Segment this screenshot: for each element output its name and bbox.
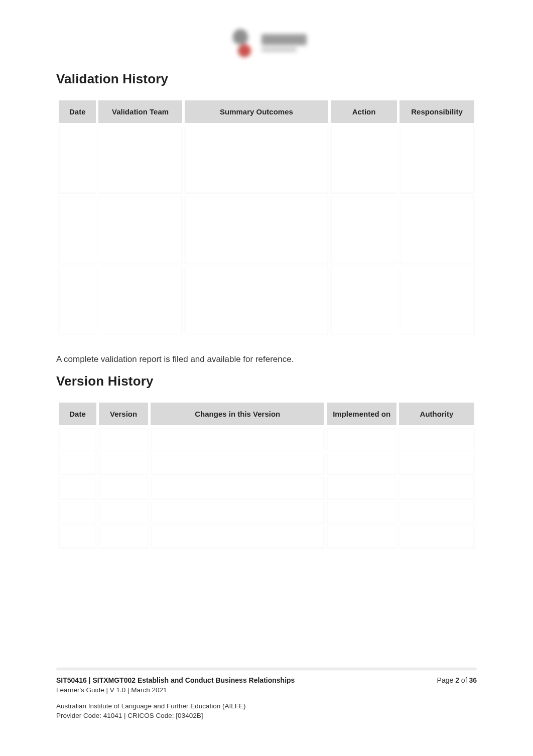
cell-authority xyxy=(399,526,474,548)
heading-version-history: Version History xyxy=(56,373,477,389)
footer-org-line: Australian Institute of Language and Fur… xyxy=(56,701,295,711)
col-implemented-on: Implemented on xyxy=(327,403,396,425)
cell-changes xyxy=(151,501,324,524)
cell-team xyxy=(98,266,182,334)
cell-team xyxy=(98,196,182,264)
cell-version xyxy=(99,452,148,474)
cell-responsibility xyxy=(399,196,474,264)
cell-changes xyxy=(151,477,324,499)
table-row xyxy=(59,428,474,450)
cell-responsibility xyxy=(399,125,474,193)
table-row xyxy=(59,452,474,474)
footer-divider xyxy=(56,668,477,670)
page-of: of xyxy=(459,676,469,684)
cell-date xyxy=(59,452,96,474)
cell-date xyxy=(59,196,96,264)
cell-authority xyxy=(399,501,474,524)
footer-row: SIT50416 | SITXMGT002 Establish and Cond… xyxy=(56,675,477,721)
cell-authority xyxy=(399,477,474,499)
cell-version xyxy=(99,526,148,548)
cell-responsibility xyxy=(399,266,474,334)
footer-left: SIT50416 | SITXMGT002 Establish and Cond… xyxy=(56,675,295,721)
col-changes: Changes in this Version xyxy=(151,403,324,425)
table-row xyxy=(59,526,474,548)
table-row xyxy=(59,477,474,499)
cell-action xyxy=(331,266,397,334)
validation-history-table: Date Validation Team Summary Outcomes Ac… xyxy=(56,98,477,336)
page-current: 2 xyxy=(455,676,459,684)
table-row xyxy=(59,125,474,193)
cell-date xyxy=(59,477,96,499)
document-page: Validation History Date Validation Team … xyxy=(0,0,533,756)
col-summary-outcomes: Summary Outcomes xyxy=(185,100,329,123)
cell-changes xyxy=(151,452,324,474)
cell-date xyxy=(59,125,96,193)
table-header-row: Date Validation Team Summary Outcomes Ac… xyxy=(59,100,474,123)
cell-version xyxy=(99,501,148,524)
logo-text-icon xyxy=(261,34,307,45)
cell-implemented xyxy=(327,428,396,450)
cell-version xyxy=(99,477,148,499)
cell-date xyxy=(59,428,96,450)
cell-team xyxy=(98,125,182,193)
table-row xyxy=(59,501,474,524)
logo-mark-icon xyxy=(229,29,256,57)
page-prefix: Page xyxy=(437,676,456,684)
heading-validation-history: Validation History xyxy=(56,71,477,87)
col-responsibility: Responsibility xyxy=(399,100,474,123)
cell-summary xyxy=(185,266,329,334)
cell-changes xyxy=(151,428,324,450)
cell-date xyxy=(59,501,96,524)
table-header-row: Date Version Changes in this Version Imp… xyxy=(59,403,474,425)
col-date: Date xyxy=(59,100,96,123)
version-history-table: Date Version Changes in this Version Imp… xyxy=(56,400,477,551)
cell-date xyxy=(59,526,96,548)
col-action: Action xyxy=(331,100,397,123)
cell-implemented xyxy=(327,452,396,474)
footer-guide-line: Learner's Guide | V 1.0 | March 2021 xyxy=(56,685,295,695)
col-version: Version xyxy=(99,403,148,425)
cell-version xyxy=(99,428,148,450)
col-authority: Authority xyxy=(399,403,474,425)
org-logo xyxy=(219,25,314,60)
col-date: Date xyxy=(59,403,96,425)
cell-implemented xyxy=(327,501,396,524)
cell-implemented xyxy=(327,526,396,548)
validation-note: A complete validation report is filed an… xyxy=(56,354,477,364)
cell-action xyxy=(331,196,397,264)
footer-course-line: SIT50416 | SITXMGT002 Establish and Cond… xyxy=(56,675,295,685)
page-total: 36 xyxy=(469,676,477,684)
logo-subtext-icon xyxy=(261,48,297,52)
cell-changes xyxy=(151,526,324,548)
col-validation-team: Validation Team xyxy=(98,100,182,123)
cell-implemented xyxy=(327,477,396,499)
footer-page-indicator: Page 2 of 36 xyxy=(437,675,477,684)
cell-authority xyxy=(399,452,474,474)
logo-container xyxy=(56,25,477,62)
cell-authority xyxy=(399,428,474,450)
table-row xyxy=(59,196,474,264)
page-footer: SIT50416 | SITXMGT002 Establish and Cond… xyxy=(56,668,477,721)
cell-date xyxy=(59,266,96,334)
cell-summary xyxy=(185,196,329,264)
cell-summary xyxy=(185,125,329,193)
cell-action xyxy=(331,125,397,193)
table-row xyxy=(59,266,474,334)
footer-provider-line: Provider Code: 41041 | CRICOS Code: [034… xyxy=(56,711,295,721)
